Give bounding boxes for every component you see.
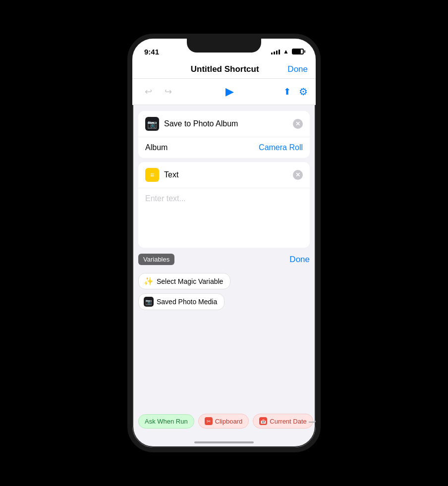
signal-bar-2 [274, 52, 275, 54]
toolbar-right: ⬆ ⚙ [283, 86, 308, 98]
current-date-pill[interactable]: 📅 Current Date [253, 414, 313, 429]
signal-bar-3 [276, 51, 278, 54]
ask-when-run-pill[interactable]: Ask When Run [138, 414, 194, 429]
nav-bar: Untitled Shortcut Done [132, 60, 316, 79]
variables-section: Variables Done ✨ Select Magic Variable 📷… [132, 254, 316, 312]
variables-done-button[interactable]: Done [289, 255, 310, 265]
play-button[interactable]: ▶ [221, 83, 239, 101]
redo-button[interactable]: ↪ [160, 84, 176, 100]
toolbar-center: ▶ [180, 83, 280, 101]
scroll-content: 📷 Save to Photo Album ✕ Album Camera Rol… [132, 105, 316, 448]
clipboard-icon: ✂ [205, 417, 213, 425]
current-date-label: Current Date [270, 418, 306, 425]
photo-pill-camera-icon: 📷 [145, 299, 152, 305]
nav-title: Untitled Shortcut [191, 64, 259, 74]
undo-icon: ↩ [145, 86, 152, 97]
text-lines-icon: ≡ [150, 171, 154, 179]
saved-photo-media-pill[interactable]: 📷 Saved Photo Media [138, 293, 224, 310]
camera-icon: 📷 [147, 119, 157, 129]
text-close-button[interactable]: ✕ [293, 170, 303, 180]
status-icons: ▲ [271, 48, 304, 55]
signal-bar-1 [271, 53, 273, 54]
text-placeholder: Enter text... [145, 194, 186, 203]
save-photo-title: Save to Photo Album [164, 119, 288, 128]
clipboard-label: Clipboard [215, 418, 243, 425]
signal-bars-icon [271, 49, 280, 54]
clipboard-pill[interactable]: ✂ Clipboard [198, 414, 249, 429]
save-photo-header: 📷 Save to Photo Album ✕ [138, 111, 310, 137]
phone-frame: 9:41 ▲ Untitled Shortcut Done ↩ ↪ [127, 34, 321, 452]
magic-wand-icon: ✨ [144, 276, 154, 286]
bottom-bar: Ask When Run ✂ Clipboard 📅 Current Date [132, 410, 316, 432]
album-row[interactable]: Album Camera Roll [138, 137, 310, 158]
text-action-icon: ≡ [145, 168, 159, 182]
signal-bar-4 [279, 50, 280, 54]
share-button[interactable]: ⬆ [283, 86, 291, 97]
save-photo-close-button[interactable]: ✕ [293, 119, 303, 129]
settings-button[interactable]: ⚙ [299, 86, 308, 98]
text-input-area[interactable]: Enter text... [138, 188, 310, 248]
battery-icon [292, 49, 304, 54]
battery-fill [293, 50, 301, 54]
text-close-icon: ✕ [295, 171, 300, 178]
play-icon: ▶ [225, 85, 234, 98]
album-value[interactable]: Camera Roll [259, 143, 303, 152]
text-header: ≡ Text ✕ [138, 162, 310, 188]
redo-icon: ↪ [165, 86, 172, 97]
clipboard-symbol: ✂ [207, 419, 211, 424]
variables-label: Variables [138, 254, 174, 265]
status-time: 9:41 [144, 48, 159, 56]
date-symbol: 📅 [260, 419, 266, 424]
save-photo-card: 📷 Save to Photo Album ✕ Album Camera Rol… [138, 111, 310, 158]
close-icon: ✕ [295, 120, 300, 127]
album-label: Album [145, 143, 168, 152]
wifi-icon: ▲ [283, 48, 289, 55]
share-icon: ⬆ [283, 87, 291, 97]
home-indicator [194, 441, 254, 443]
toolbar: ↩ ↪ ▶ ⬆ ⚙ [132, 79, 316, 105]
current-date-icon: 📅 [259, 417, 267, 425]
ask-label: Ask When Run [145, 418, 188, 425]
text-card: ≡ Text ✕ Enter text... [138, 162, 310, 248]
variables-header: Variables Done [138, 254, 310, 265]
notch [187, 39, 261, 53]
settings-icon: ⚙ [299, 86, 308, 97]
side-bracket [309, 410, 316, 423]
magic-variable-label: Select Magic Variable [157, 277, 223, 285]
text-title: Text [164, 170, 288, 179]
nav-done-button[interactable]: Done [287, 64, 308, 74]
save-photo-icon: 📷 [145, 117, 159, 131]
magic-variable-pill[interactable]: ✨ Select Magic Variable [138, 273, 230, 289]
saved-photo-pill-icon: 📷 [144, 297, 154, 307]
saved-photo-label: Saved Photo Media [157, 298, 217, 306]
undo-button[interactable]: ↩ [140, 84, 156, 100]
